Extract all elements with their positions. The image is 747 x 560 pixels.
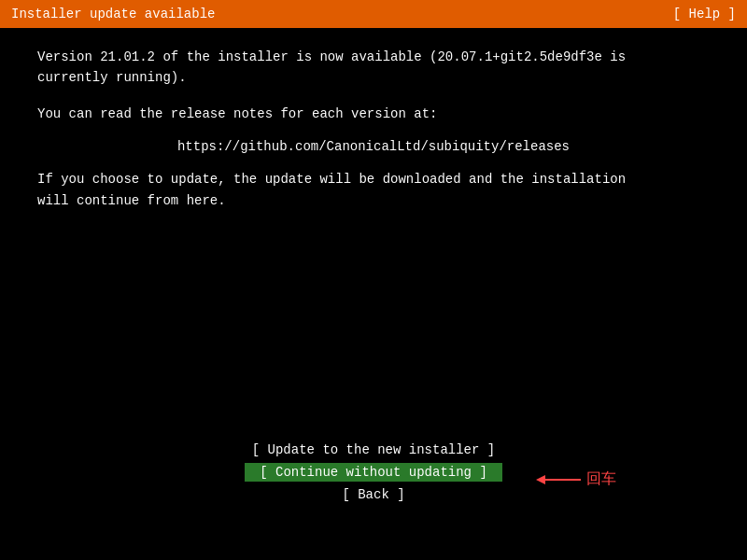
paragraph-release-notes: You can read the release notes for each … xyxy=(37,104,710,124)
arrow-annotation: 回车 xyxy=(536,469,616,489)
buttons-area: [ Update to the new installer ] [ Contin… xyxy=(0,441,747,504)
chinese-label: 回车 xyxy=(586,469,616,489)
header-bar: Installer update available [ Help ] xyxy=(0,0,747,28)
back-button[interactable]: [ Back ] xyxy=(252,485,495,504)
paragraph-version: Version 21.01.2 of the installer is now … xyxy=(37,47,710,89)
continue-button[interactable]: [ Continue without updating ] xyxy=(245,463,502,482)
release-notes-url: https://github.com/CanonicalLtd/subiquit… xyxy=(37,139,710,154)
paragraph-update-info: If you choose to update, the update will… xyxy=(37,169,710,211)
arrow-icon xyxy=(536,470,583,489)
content-area: Version 21.01.2 of the installer is now … xyxy=(0,28,747,560)
header-help: [ Help ] xyxy=(673,7,736,21)
svg-marker-1 xyxy=(536,475,545,484)
update-button[interactable]: [ Update to the new installer ] xyxy=(237,441,510,459)
header-title: Installer update available xyxy=(11,7,215,21)
